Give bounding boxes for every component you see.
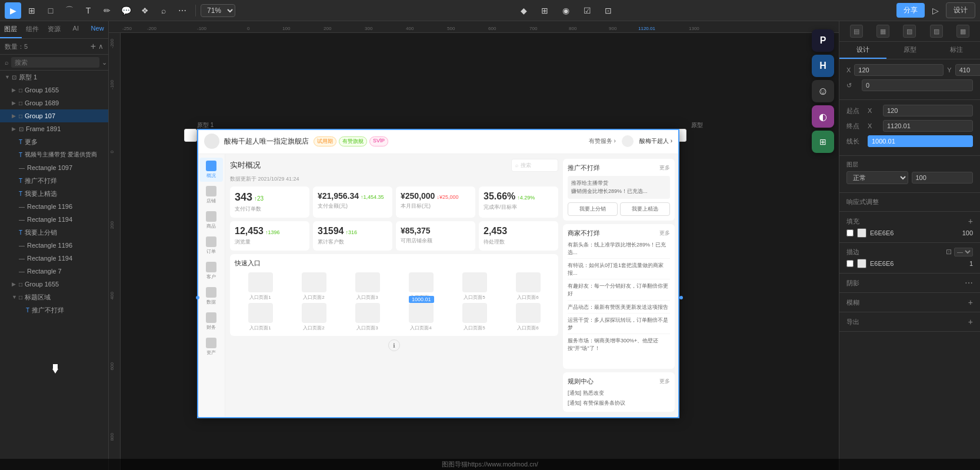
sidebar-item-product[interactable]: 商品 [199,208,223,232]
layer-item-group1655[interactable]: ▶ □ Group 1655 [0,278,108,291]
layer-item-rect1194b[interactable]: ▶ — Rectangle 1194 [0,252,108,265]
layer-item-title-area[interactable]: ▼ □ 标题区域 [0,291,108,304]
tab-components[interactable]: 组件 [22,21,44,38]
sidebar-item-customer[interactable]: 客户 [199,259,223,283]
end-x-input[interactable] [883,120,973,132]
rpanel-tab-annotate[interactable]: 标注 [933,42,980,59]
qa-item[interactable]: 入口页面4 [395,303,446,331]
stroke-checkbox[interactable] [846,260,854,267]
tab-ai[interactable]: AI [65,21,86,38]
qa-item[interactable]: 入口页面2 [288,272,339,301]
sidebar-item-data[interactable]: 数据 [199,284,223,308]
play-icon[interactable]: ▷ [927,2,944,19]
fill-color-swatch[interactable] [857,228,866,238]
qa-item[interactable]: 入口页面3 [342,303,393,331]
sidebar-item-asset[interactable]: 资产 [199,335,223,359]
layer-item-rect1196b[interactable]: ▶ — Rectangle 1196 [0,239,108,252]
rules-more[interactable]: 更多 [659,378,670,385]
path-tool[interactable]: ⌒ [61,2,78,19]
rotate-input[interactable] [862,79,973,91]
layer-item-rect1196a[interactable]: ▶ — Rectangle 1196 [0,200,108,213]
h-app-icon[interactable]: H [812,55,834,77]
layer-item-rect1097[interactable]: ▶ — Rectangle 1097 [0,161,108,174]
frame-tool[interactable]: ⊞ [24,2,40,19]
expand-icon[interactable]: ▶ [12,113,19,119]
layer-item-text-sale[interactable]: ▶ T 我要上分销 [0,226,108,239]
qa-item[interactable]: 入口页面1 [235,272,286,301]
more-tool[interactable]: ⋯ [174,2,191,19]
qa-item[interactable]: 入口页面5 [449,272,500,301]
search-tool[interactable]: ⌕ [155,2,172,19]
opacity-input[interactable] [912,172,974,184]
sidebar-item-overview[interactable]: 概况 [199,158,223,182]
component-tool[interactable]: ❖ [136,2,153,19]
tab-new[interactable]: New [86,21,108,38]
check-icon[interactable]: ☑ [579,2,595,19]
grid-icon[interactable]: ⊞ [536,2,553,19]
pen-tool[interactable]: ✏ [99,2,115,19]
layout-btn-3[interactable]: ▧ [903,25,916,38]
search-box[interactable]: ⌕ 搜索 [511,159,558,172]
expand-icon[interactable]: ▼ [5,74,12,80]
comment-tool[interactable]: 💬 [118,2,134,19]
text-tool[interactable]: T [80,2,96,19]
layer-item-frame1891[interactable]: ▶ ⊡ Frame 1891 [0,122,108,135]
layer-mode-select[interactable]: 正常 [846,171,908,184]
collapse-button[interactable]: ∧ [98,42,104,51]
layer-item-text-fav[interactable]: ▶ T 我要上精选 [0,187,108,200]
collapse-all-icon[interactable]: ⌄ [102,59,107,66]
qa-item[interactable]: 入口页面5 [449,303,500,331]
info-icon[interactable]: ℹ [388,339,400,351]
layout-btn-5[interactable]: ▩ [956,25,969,38]
add-fill-button[interactable]: + [968,216,973,226]
layer-item-text-more[interactable]: ▶ T 更多 [0,135,108,148]
expand-icon[interactable]: ▶ [12,281,19,287]
sidebar-item-store[interactable]: 店铺 [199,183,223,207]
sidebar-item-order[interactable]: 订单 [199,234,223,258]
rect-tool[interactable]: □ [42,2,59,19]
rpanel-tab-prototype[interactable]: 原型 [886,42,934,59]
layer-item-prototype1[interactable]: ▼ ⊡ 原型 1 [0,71,108,84]
tab-assets[interactable]: 资源 [44,21,65,38]
add-shadow-button[interactable]: ⋯ [965,278,973,288]
add-layer-button[interactable]: + [91,41,96,52]
start-x-input[interactable] [883,105,973,116]
stroke-type-select[interactable]: — [954,248,973,256]
pencil-app-icon[interactable]: P [812,29,834,52]
sidebar-item-finance[interactable]: 财务 [199,309,223,334]
grid-app-icon[interactable]: ⊞ [812,131,834,153]
select-tool[interactable]: ▶ [5,2,21,19]
featured-btn[interactable]: 我要上精选 [620,202,670,216]
qa-item[interactable]: 入口页面1 [235,303,286,331]
promo-more[interactable]: 更多 [659,164,670,172]
expand-icon[interactable]: ▶ [12,100,19,106]
layer-item-group107[interactable]: ▶ □ Group 107 [0,109,108,122]
layout-btn-4[interactable]: ▨ [930,25,943,38]
add-blur-button[interactable]: + [968,298,973,307]
add-export-button[interactable]: + [968,317,973,326]
layer-item-text-promo[interactable]: ▶ T 推广不打烊 [0,174,108,187]
layer-item-group1655-top[interactable]: ▶ □ Group 1655 [0,84,108,96]
expand-icon[interactable]: ▶ [12,126,19,132]
qa-item[interactable]: 入口页面2 [288,303,339,331]
layer-item-text-video[interactable]: ▶ T 视频号主播带货 爱退供货商 [0,148,108,161]
fill-checkbox[interactable] [846,229,854,236]
stroke-color-swatch[interactable] [857,259,866,268]
expand-icon[interactable]: ▶ [12,87,19,93]
sale-btn[interactable]: 我要上分销 [568,202,618,216]
present-icon[interactable]: ⊡ [600,2,616,19]
circle-icon[interactable]: ◉ [558,2,574,19]
search-input[interactable] [11,57,99,68]
zoom-selector[interactable]: 71% [201,4,235,17]
layer-item-text-promo2[interactable]: ▶ T 推广不打烊 [0,304,108,316]
merchant-more[interactable]: 更多 [659,229,670,237]
y-input[interactable] [955,64,980,76]
rpanel-tab-design[interactable]: 设计 [839,42,886,59]
prototype-icon[interactable]: ◆ [515,2,532,19]
layer-item-group1689[interactable]: ▶ □ Group 1689 [0,96,108,109]
qa-item[interactable]: 入口页面3 [342,272,393,301]
expand-icon[interactable]: ▼ [12,294,19,300]
layout-btn-1[interactable]: ▤ [850,25,863,38]
layout-btn-2[interactable]: ▦ [876,25,889,38]
share-button[interactable]: 分享 [896,3,925,18]
